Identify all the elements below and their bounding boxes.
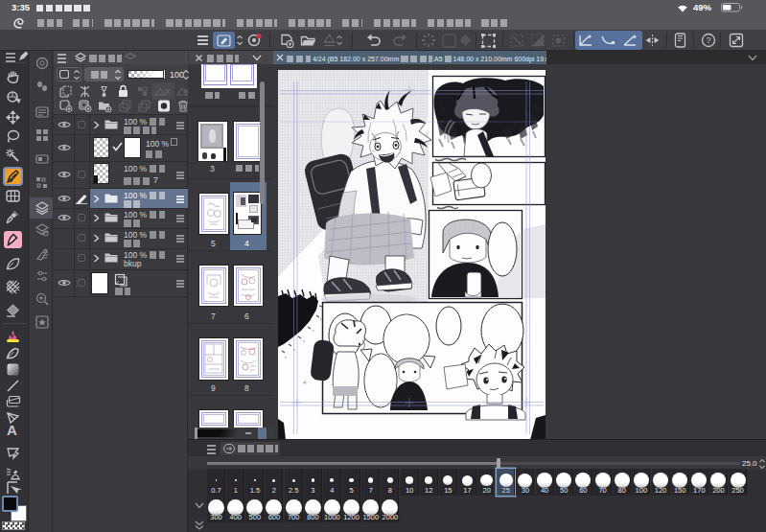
svg-text:?: ? (706, 35, 710, 45)
